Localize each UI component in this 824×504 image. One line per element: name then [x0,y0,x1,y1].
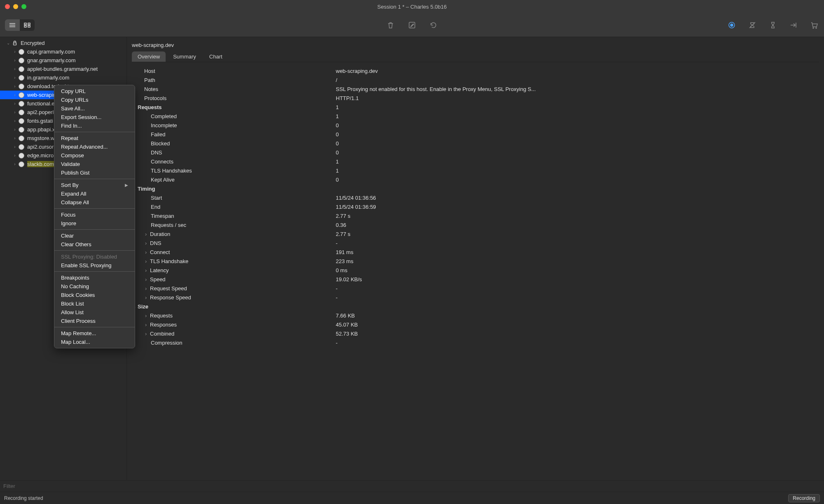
chevron-right-icon[interactable]: › [12,110,17,115]
refresh-button[interactable] [428,20,438,30]
menu-item-label: Clear [61,233,74,239]
tab-summary[interactable]: Summary [167,51,202,62]
titlebar: Session 1 * – Charles 5.0b16 [0,0,824,13]
detail-value: 0 [336,122,819,128]
menu-item[interactable]: Focus [54,210,135,219]
chevron-right-icon[interactable]: › [12,153,17,158]
grid-view-button[interactable] [20,19,35,31]
chevron-right-icon[interactable]: › [12,136,17,141]
menu-item[interactable]: Copy URL [54,87,135,96]
menu-item[interactable]: No Caching [54,282,135,291]
detail-row: Connects 1 [132,157,819,166]
chevron-right-icon[interactable]: › [12,58,17,63]
detail-row[interactable]: Size [132,302,819,311]
menu-item[interactable]: Collapse All [54,198,135,207]
menu-item[interactable]: Publish Gist [54,168,135,177]
chevron-right-icon[interactable]: › [12,119,17,124]
statusbar: Recording started Recording [0,492,824,504]
detail-row[interactable]: Latency 0 ms [132,266,819,275]
chevron-right-icon[interactable]: › [12,127,17,132]
chevron-right-icon[interactable]: › [12,67,17,72]
menu-item[interactable]: Expand All [54,189,135,198]
compose-button[interactable] [407,20,417,30]
minimize-window-button[interactable] [13,4,18,9]
tree-item[interactable]: › gnar.grammarly.com [0,56,126,65]
menu-item[interactable]: Block List [54,299,135,308]
detail-value: 45.07 KB [336,322,819,328]
tree-item[interactable]: › capi.grammarly.com [0,47,126,56]
menu-item[interactable]: Find In... [54,121,135,130]
chevron-right-icon[interactable]: › [12,93,17,98]
menu-item[interactable]: Copy URLs [54,96,135,104]
globe-icon [18,144,25,150]
delete-button[interactable] [386,20,396,30]
menu-item[interactable]: Repeat [54,134,135,142]
detail-label: Host [132,68,336,74]
detail-value: - [336,285,819,292]
detail-label: Latency [132,267,336,273]
menu-item[interactable]: Save All... [54,104,135,113]
menu-item[interactable]: Clear [54,231,135,240]
chevron-right-icon[interactable]: › [12,75,17,80]
detail-value: 191 ms [336,249,819,255]
globe-icon [18,57,25,64]
close-window-button[interactable] [5,4,10,9]
menu-item-label: Copy URL [61,88,86,94]
goto-button[interactable] [789,20,798,30]
detail-row[interactable]: Responses 45.07 KB [132,320,819,329]
menu-item[interactable]: Block Cookies [54,291,135,299]
menu-item[interactable]: Map Local... [54,338,135,346]
detail-row[interactable]: TLS Handshake 223 ms [132,257,819,266]
menu-item[interactable]: Map Remote... [54,329,135,338]
detail-row[interactable]: Request Speed - [132,284,819,293]
menu-item-label: Publish Gist [61,170,89,176]
menu-item[interactable]: Compose [54,151,135,160]
menu-item[interactable]: Breakpoints [54,273,135,282]
chevron-right-icon[interactable]: › [12,49,17,54]
detail-row[interactable]: DNS - [132,238,819,247]
detail-row: Blocked 0 [132,139,819,148]
detail-label: Combined [132,331,336,337]
throttle-button[interactable] [747,20,757,30]
detail-row[interactable]: Timing [132,184,819,193]
menu-item[interactable]: Export Session... [54,113,135,121]
detail-row[interactable]: Duration 2.77 s [132,229,819,238]
detail-row[interactable]: Connect 191 ms [132,247,819,257]
cart-icon [810,21,818,29]
tab-overview[interactable]: Overview [132,51,166,62]
tree-item[interactable]: › applet-bundles.grammarly.net [0,65,126,73]
chevron-down-icon[interactable]: ⌄ [6,41,11,46]
tab-chart[interactable]: Chart [204,51,228,62]
tools-button[interactable] [809,20,819,30]
recording-button[interactable]: Recording [788,494,820,502]
chevron-right-icon[interactable]: › [12,101,17,106]
menu-item[interactable]: Repeat Advanced... [54,142,135,151]
menu-item[interactable]: Sort By▶ [54,181,135,189]
menu-item[interactable]: Enable SSL Proxying [54,261,135,270]
filter-input[interactable] [3,483,821,489]
tree-root-encrypted[interactable]: ⌄ Encrypted [0,39,126,47]
detail-value: 11/5/24 01:36:59 [336,204,819,210]
breakpoints-button[interactable] [768,20,778,30]
menu-item[interactable]: Validate [54,160,135,168]
tabs: OverviewSummaryChart [132,51,819,62]
detail-row[interactable]: Requests 1 [132,103,819,112]
menu-item-label: Allow List [61,309,84,315]
tree-root-label: Encrypted [21,40,45,46]
detail-row[interactable]: Response Speed - [132,293,819,302]
chevron-right-icon[interactable]: › [12,145,17,149]
maximize-window-button[interactable] [21,4,26,9]
chevron-right-icon[interactable]: › [12,162,17,167]
menu-item[interactable]: Ignore [54,219,135,228]
detail-row[interactable]: Combined 52.73 KB [132,329,819,338]
chevron-right-icon[interactable]: › [12,84,17,89]
menu-item[interactable]: Clear Others [54,240,135,249]
tree-item-label: gnar.grammarly.com [27,57,76,63]
detail-row[interactable]: Requests 7.66 KB [132,311,819,320]
tree-item[interactable]: › in.grammarly.com [0,73,126,82]
menu-item[interactable]: Client Process [54,317,135,325]
record-button[interactable] [727,20,737,30]
detail-row[interactable]: Speed 19.02 KB/s [132,275,819,284]
menu-item[interactable]: Allow List [54,308,135,317]
list-view-button[interactable] [5,19,20,31]
